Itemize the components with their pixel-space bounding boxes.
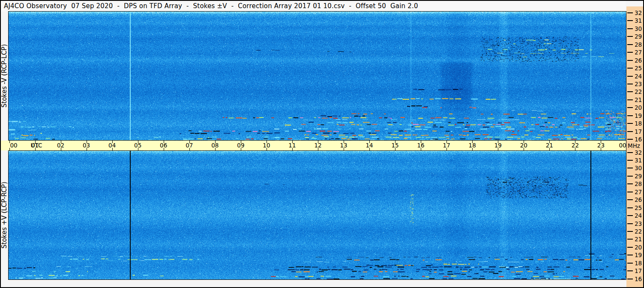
hour-label-16-16: 16 bbox=[415, 142, 427, 149]
freq-tick-top-24 bbox=[627, 76, 633, 77]
freq-label-bottom-20: 20 bbox=[635, 244, 643, 251]
freq-tick-bottom-25 bbox=[627, 207, 633, 208]
freq-label-top-32: 32 bbox=[635, 9, 643, 16]
freq-tick-bottom-16 bbox=[627, 279, 633, 279]
freq-label-top-22: 22 bbox=[635, 88, 643, 95]
hour-label-14-14: 14 bbox=[363, 142, 375, 149]
hour-label-08-8: 08 bbox=[209, 142, 221, 149]
freq-tick-top-18 bbox=[627, 123, 633, 124]
app-window: 3231302928272625242322212019181716323130… bbox=[0, 0, 644, 288]
freq-label-bottom-26: 26 bbox=[635, 196, 643, 203]
freq-label-top-19: 19 bbox=[635, 112, 643, 119]
freq-label-top-23: 23 bbox=[635, 81, 643, 87]
freq-tick-bottom-19 bbox=[627, 255, 633, 255]
title-bar: AJ4CO Observatory 07 Sep 2020 - DPS on T… bbox=[1, 1, 626, 12]
freq-tick-top-26 bbox=[627, 60, 633, 61]
freq-label-bottom-23: 23 bbox=[635, 220, 643, 227]
freq-label-bottom-30: 30 bbox=[635, 165, 643, 171]
hour-label-17-17: 17 bbox=[440, 142, 452, 149]
freq-label-bottom-29: 29 bbox=[635, 173, 643, 180]
utc-label: UTC bbox=[27, 142, 46, 149]
freq-label-bottom-19: 19 bbox=[635, 252, 643, 258]
freq-label-top-31: 31 bbox=[635, 17, 643, 24]
freq-tick-top-29 bbox=[627, 36, 633, 37]
freq-tick-bottom-20 bbox=[627, 247, 633, 248]
hour-label-11-11: 11 bbox=[286, 142, 298, 149]
mhz-unit-label: MHz bbox=[628, 142, 640, 149]
hour-label-04-4: 04 bbox=[106, 142, 118, 149]
freq-label-top-20: 20 bbox=[635, 104, 643, 111]
freq-label-bottom-24: 24 bbox=[635, 212, 643, 219]
freq-label-bottom-16: 16 bbox=[635, 276, 643, 282]
freq-label-top-29: 29 bbox=[635, 33, 643, 40]
freq-tick-top-17 bbox=[627, 131, 633, 132]
freq-label-bottom-18: 18 bbox=[635, 260, 643, 267]
freq-tick-top-28 bbox=[627, 44, 633, 45]
freq-label-top-25: 25 bbox=[635, 65, 643, 72]
hour-label-05-5: 05 bbox=[132, 142, 144, 149]
spectrogram-stokes-minus-v bbox=[8, 11, 626, 141]
hour-label-20-20: 20 bbox=[518, 142, 530, 149]
hour-label-22-22: 22 bbox=[569, 142, 581, 149]
freq-label-top-27: 27 bbox=[635, 49, 643, 56]
freq-tick-bottom-26 bbox=[627, 199, 633, 200]
freq-tick-top-23 bbox=[627, 84, 633, 84]
freq-tick-bottom-17 bbox=[627, 270, 633, 271]
freq-tick-bottom-32 bbox=[627, 152, 633, 153]
hour-label-18-18: 18 bbox=[466, 142, 478, 149]
hour-label-07-7: 07 bbox=[183, 142, 195, 149]
freq-tick-top-27 bbox=[627, 52, 633, 53]
hour-label-10-10: 10 bbox=[261, 142, 273, 149]
freq-label-bottom-32: 32 bbox=[635, 149, 643, 156]
freq-tick-top-22 bbox=[627, 91, 633, 92]
freq-tick-bottom-23 bbox=[627, 223, 633, 224]
hour-label-06-6: 06 bbox=[158, 142, 170, 149]
freq-label-top-21: 21 bbox=[635, 96, 643, 103]
freq-label-bottom-27: 27 bbox=[635, 189, 643, 195]
freq-tick-top-32 bbox=[627, 12, 633, 13]
freq-tick-bottom-21 bbox=[627, 239, 633, 240]
hour-label-09-9: 09 bbox=[235, 142, 247, 149]
freq-tick-top-30 bbox=[627, 28, 633, 29]
hour-label-03-3: 03 bbox=[81, 142, 93, 149]
freq-tick-top-19 bbox=[627, 115, 633, 116]
freq-tick-bottom-30 bbox=[627, 168, 633, 168]
hour-label-02-2: 02 bbox=[55, 142, 67, 149]
freq-label-bottom-21: 21 bbox=[635, 236, 643, 243]
window-title: AJ4CO Observatory 07 Sep 2020 - DPS on T… bbox=[4, 1, 418, 12]
freq-label-bottom-31: 31 bbox=[635, 157, 643, 164]
freq-label-bottom-28: 28 bbox=[635, 180, 643, 187]
freq-tick-bottom-28 bbox=[627, 183, 633, 184]
hour-label-00-24: 00 bbox=[617, 142, 626, 149]
freq-tick-bottom-29 bbox=[627, 176, 633, 177]
freq-label-top-17: 17 bbox=[635, 128, 643, 135]
hour-tick-00-0 bbox=[9, 141, 10, 143]
freq-tick-top-20 bbox=[627, 107, 633, 108]
freq-tick-bottom-22 bbox=[627, 231, 633, 232]
freq-label-bottom-25: 25 bbox=[635, 204, 643, 211]
freq-tick-bottom-18 bbox=[627, 263, 633, 264]
hour-label-00-0: 00 bbox=[10, 142, 22, 149]
freq-label-top-18: 18 bbox=[635, 120, 643, 127]
freq-tick-top-16 bbox=[627, 139, 633, 140]
bottom-panel-ylabel: Stokes +V (LCP-RCP) bbox=[1, 182, 8, 249]
window-inner: 3231302928272625242322212019181716323130… bbox=[1, 1, 643, 287]
freq-label-top-16: 16 bbox=[635, 136, 643, 143]
freq-tick-top-31 bbox=[627, 20, 633, 21]
top-panel-ylabel: Stokes -V (RCP-LCP) bbox=[1, 44, 8, 108]
freq-tick-top-25 bbox=[627, 68, 633, 69]
hour-label-15-15: 15 bbox=[389, 142, 401, 149]
freq-tick-top-21 bbox=[627, 99, 633, 100]
freq-tick-bottom-24 bbox=[627, 215, 633, 216]
freq-label-top-26: 26 bbox=[635, 57, 643, 64]
spectrogram-stokes-plus-v bbox=[8, 150, 626, 280]
freq-tick-bottom-27 bbox=[627, 192, 633, 192]
freq-tick-bottom-31 bbox=[627, 160, 633, 161]
hour-label-21-21: 21 bbox=[543, 142, 555, 149]
hour-label-19-19: 19 bbox=[492, 142, 504, 149]
time-axis: 0001020304050607080910111213141516171819… bbox=[1, 141, 626, 150]
freq-label-top-28: 28 bbox=[635, 41, 643, 48]
freq-label-bottom-17: 17 bbox=[635, 267, 643, 274]
hour-label-23-23: 23 bbox=[595, 142, 607, 149]
freq-label-bottom-22: 22 bbox=[635, 228, 643, 235]
